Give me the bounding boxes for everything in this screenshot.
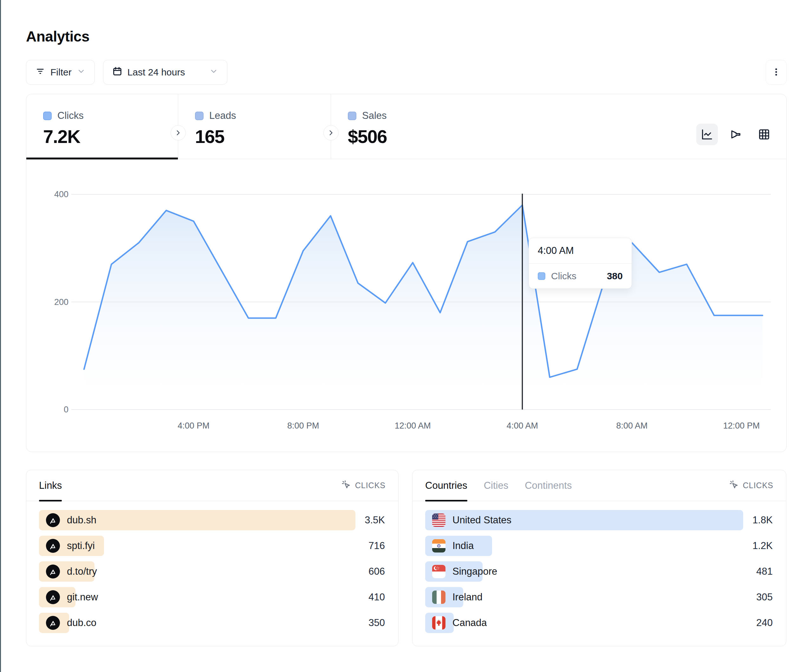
breakdown-panels: Links CLICKS dub.sh3.5Kspti.fyi716d.to/t… [26,470,786,646]
line-chart-view-button[interactable] [696,124,718,145]
row-label: dub.co [67,617,96,629]
country-row[interactable]: India1.2K [425,536,773,556]
row-click-count: 305 [756,592,773,603]
window-edge [0,0,1,672]
row-label: dub.sh [67,515,96,526]
tab-links[interactable]: Links [39,470,62,501]
row-label: spti.fyi [67,540,95,551]
date-range-label: Last 24 hours [128,67,185,78]
tab-sales[interactable]: Sales $506 [331,94,786,159]
filter-button-label: Filter [50,67,72,78]
leads-swatch-icon [195,112,203,120]
countries-metric-label: CLICKS [743,481,773,490]
row-label: git.new [67,592,98,603]
link-row[interactable]: d.to/try606 [39,561,386,582]
tab-continents[interactable]: Continents [525,470,571,501]
leads-value: 165 [195,126,331,147]
tooltip-value: 380 [607,271,623,281]
row-click-count: 716 [368,540,386,551]
dub-logo-icon [46,616,60,630]
link-row[interactable]: spti.fyi716 [39,536,386,556]
countries-list: United States1.8KIndia1.2KSingapore481Ir… [413,501,786,633]
links-metric-label: CLICKS [355,481,386,490]
tooltip-time: 4:00 AM [529,238,631,264]
tab-clicks[interactable]: Clicks 7.2K [26,94,178,159]
countries-panel: Countries Cities Continents CLICKS Unite… [412,470,786,646]
chevron-down-icon [77,67,85,78]
ca-flag-icon [432,616,445,629]
row-click-count: 350 [368,617,386,629]
clicks-label: Clicks [57,110,84,121]
svg-text:8:00 PM: 8:00 PM [287,421,319,430]
clicks-value: 7.2K [43,126,178,147]
countries-panel-header: Countries Cities Continents CLICKS [413,470,786,501]
row-click-count: 240 [756,617,773,629]
row-click-count: 1.8K [752,515,773,526]
sales-value: $506 [348,126,387,147]
svg-text:12:00 AM: 12:00 AM [395,421,431,430]
tab-cities[interactable]: Cities [484,470,508,501]
date-range-button[interactable]: Last 24 hours [103,60,227,85]
sales-swatch-icon [348,112,357,120]
tab-countries[interactable]: Countries [425,470,467,501]
row-click-count: 3.5K [365,515,386,526]
expand-clicks-button[interactable] [171,125,186,140]
expand-leads-button[interactable] [323,125,339,140]
sales-label: Sales [362,110,387,121]
svg-text:400: 400 [54,189,68,199]
row-click-count: 481 [756,566,773,577]
toolbar: Filter Last 24 hours [26,60,786,85]
svg-text:12:00 PM: 12:00 PM [723,421,760,430]
dub-logo-icon [46,539,60,553]
kebab-menu-icon [771,67,781,78]
country-row[interactable]: Singapore481 [425,561,773,582]
row-click-count: 606 [368,566,386,577]
calendar-icon [112,66,123,78]
dub-logo-icon [46,565,60,578]
svg-text:0: 0 [64,405,68,414]
metric-tabs: Clicks 7.2K Leads 165 Sales $506 [26,94,786,159]
country-row[interactable]: Ireland305 [425,587,773,607]
table-view-button[interactable] [753,124,775,145]
clicks-area-chart[interactable]: 02004004:00 PM8:00 PM12:00 AM4:00 AM8:00… [26,159,786,452]
svg-text:4:00 PM: 4:00 PM [177,421,210,430]
chart-view-toggle [696,124,786,145]
us-flag-icon [432,513,445,527]
analytics-page: Analytics Filter Last 24 hours [0,0,812,646]
row-label: Ireland [452,592,483,603]
tooltip-series-label: Clicks [551,271,577,281]
chart-canvas[interactable]: 02004004:00 PM8:00 PM12:00 AM4:00 AM8:00… [26,159,786,452]
sg-flag-icon [432,565,445,578]
filter-button[interactable]: Filter [26,60,95,85]
dub-logo-icon [46,513,60,527]
tab-leads[interactable]: Leads 165 [178,94,331,159]
clicks-swatch-icon [43,112,52,120]
links-metric-selector[interactable]: CLICKS [341,479,386,492]
svg-text:200: 200 [54,297,68,307]
row-label: United States [452,515,512,526]
countries-metric-selector[interactable]: CLICKS [729,479,773,492]
link-row[interactable]: git.new410 [39,587,386,607]
link-row[interactable]: dub.co350 [39,613,386,633]
leads-label: Leads [209,110,236,121]
row-label: Canada [452,617,487,629]
chart-tooltip: 4:00 AM Clicks 380 [529,238,632,289]
more-options-button[interactable] [766,60,786,85]
row-click-count: 1.2K [752,540,773,551]
svg-text:8:00 AM: 8:00 AM [616,421,647,430]
chevron-down-icon [209,67,218,78]
in-flag-icon [432,539,445,553]
cursor-click-icon [341,479,351,492]
country-row[interactable]: United States1.8K [425,510,773,530]
row-label: d.to/try [67,566,97,577]
cursor-click-icon [729,479,739,492]
analytics-chart-card: Clicks 7.2K Leads 165 Sales $506 [26,94,786,452]
funnel-view-button[interactable] [725,124,746,145]
row-label: India [452,540,474,551]
country-row[interactable]: Canada240 [425,613,773,633]
links-panel: Links CLICKS dub.sh3.5Kspti.fyi716d.to/t… [26,470,399,646]
link-row[interactable]: dub.sh3.5K [39,510,386,530]
page-title: Analytics [26,28,786,45]
dub-logo-icon [46,590,60,604]
svg-text:4:00 AM: 4:00 AM [507,421,538,430]
